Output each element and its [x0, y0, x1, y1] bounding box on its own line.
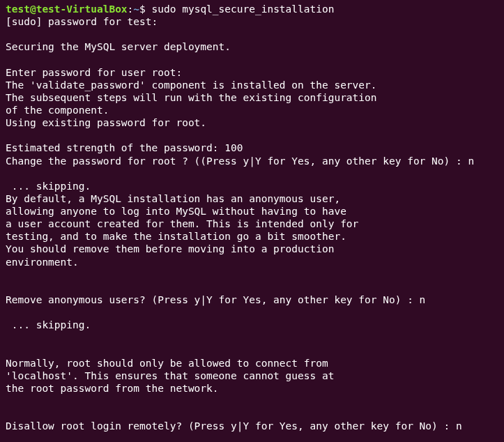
prompt-user-host: test@test-VirtualBox [6, 3, 128, 15]
output-line: the root password from the network. [6, 383, 219, 394]
output-line: The subsequent steps will run with the e… [6, 92, 377, 103]
output-line: of the component. [6, 105, 109, 116]
prompt-dollar: $ [139, 3, 151, 15]
output-line: ... skipping. [6, 181, 91, 192]
output-line: [sudo] password for test: [6, 16, 158, 27]
output-line: a user account created for them. This is… [6, 218, 358, 229]
output-line: 'localhost'. This ensures that someone c… [6, 370, 334, 381]
output-line: By default, a MySQL installation has an … [6, 193, 340, 204]
output-line: Estimated strength of the password: 100 [6, 142, 243, 153]
output-line: Remove anonymous users? (Press y|Y for Y… [6, 294, 425, 305]
output-line: environment. [6, 257, 79, 268]
output-line: The 'validate_password' component is ins… [6, 79, 377, 91]
output-line: allowing anyone to log into MySQL withou… [6, 206, 346, 217]
output-line: Using existing password for root. [6, 117, 206, 128]
output-line: ... skipping. [6, 319, 91, 330]
output-line: You should remove them before moving int… [6, 243, 334, 254]
output-line: Change the password for root ? ((Press y… [6, 155, 474, 167]
output-line: Enter password for user root: [6, 67, 182, 78]
output-line: testing, and to make the installation go… [6, 231, 346, 242]
output-line: Securing the MySQL server deployment. [6, 41, 231, 52]
prompt-path: ~ [133, 3, 139, 15]
terminal-content[interactable]: test@test-VirtualBox:~$ sudo mysql_secur… [0, 0, 504, 442]
command-text: sudo mysql_secure_installation [152, 3, 335, 15]
output-line: Normally, root should only be allowed to… [6, 358, 328, 369]
output-line: Disallow root login remotely? (Press y|Y… [6, 420, 462, 432]
